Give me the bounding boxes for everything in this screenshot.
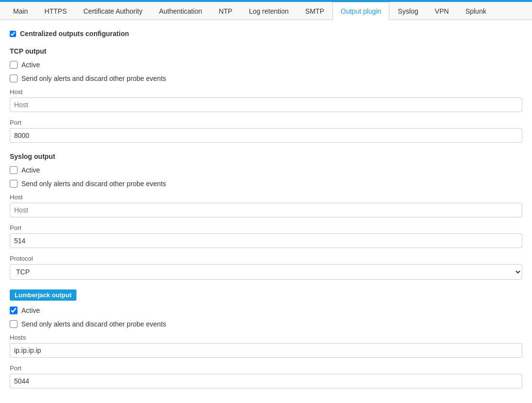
syslog-send-only-checkbox[interactable]	[10, 180, 18, 188]
main-content: Centralized outputs configuration TCP ou…	[0, 20, 532, 403]
tcp-port-label: Port	[10, 119, 522, 126]
centralized-row: Centralized outputs configuration	[10, 30, 522, 38]
tcp-send-only-checkbox[interactable]	[10, 75, 18, 82]
centralized-checkbox[interactable]	[10, 31, 16, 37]
tcp-send-only-row: Send only alerts and discard other probe…	[10, 75, 522, 82]
syslog-send-only-row: Send only alerts and discard other probe…	[10, 180, 522, 188]
lumberjack-active-row: Active	[10, 307, 522, 314]
syslog-output-section: Syslog output Active Send only alerts an…	[10, 153, 522, 280]
tcp-output-section: TCP output Active Send only alerts and d…	[10, 47, 522, 143]
syslog-active-row: Active	[10, 166, 522, 174]
tcp-active-checkbox[interactable]	[10, 61, 18, 69]
tab-ntp[interactable]: NTP	[210, 2, 240, 20]
syslog-protocol-label: Protocol	[10, 255, 522, 262]
tcp-host-input[interactable]	[10, 97, 522, 112]
tab-authentication[interactable]: Authentication	[151, 2, 211, 20]
syslog-protocol-select[interactable]: TCP UDP	[10, 264, 522, 280]
syslog-host-input[interactable]	[10, 203, 522, 217]
centralized-label[interactable]: Centralized outputs configuration	[20, 30, 129, 38]
tcp-output-title: TCP output	[10, 47, 522, 55]
tcp-port-input[interactable]	[10, 128, 522, 143]
tab-certificate-authority[interactable]: Certificate Authority	[75, 2, 150, 20]
tab-output-plugin[interactable]: Output plugin	[332, 2, 389, 20]
syslog-port-group: Port	[10, 224, 522, 248]
tab-smtp[interactable]: SMTP	[297, 2, 332, 20]
tab-vpn[interactable]: VPN	[426, 2, 457, 20]
tcp-send-only-label[interactable]: Send only alerts and discard other probe…	[21, 75, 166, 82]
lumberjack-hosts-group: Hosts	[10, 334, 522, 358]
lumberjack-port-label: Port	[10, 365, 522, 372]
tab-main[interactable]: Main	[5, 2, 36, 20]
lumberjack-active-label[interactable]: Active	[21, 307, 40, 314]
tab-https[interactable]: HTTPS	[36, 2, 75, 20]
tcp-host-group: Host	[10, 88, 522, 112]
syslog-protocol-group: Protocol TCP UDP	[10, 255, 522, 280]
tcp-active-label[interactable]: Active	[21, 61, 40, 69]
lumberjack-badge: Lumberjack output	[10, 289, 76, 301]
tab-splunk[interactable]: Splunk	[457, 2, 495, 20]
syslog-send-only-label[interactable]: Send only alerts and discard other probe…	[21, 180, 166, 188]
lumberjack-send-only-row: Send only alerts and discard other probe…	[10, 320, 522, 328]
tabs-nav: Main HTTPS Certificate Authority Authent…	[0, 2, 532, 20]
lumberjack-send-only-label[interactable]: Send only alerts and discard other probe…	[21, 320, 166, 328]
syslog-active-checkbox[interactable]	[10, 166, 18, 174]
lumberjack-output-section: Lumberjack output Active Send only alert…	[10, 289, 522, 388]
syslog-port-label: Port	[10, 224, 522, 231]
lumberjack-port-group: Port	[10, 365, 522, 388]
syslog-host-group: Host	[10, 193, 522, 217]
syslog-host-label: Host	[10, 193, 522, 201]
syslog-port-input[interactable]	[10, 233, 522, 248]
lumberjack-port-input[interactable]	[10, 374, 522, 388]
lumberjack-hosts-label: Hosts	[10, 334, 522, 341]
lumberjack-hosts-input[interactable]	[10, 343, 522, 358]
tcp-active-row: Active	[10, 61, 522, 69]
syslog-output-title: Syslog output	[10, 153, 522, 160]
tcp-port-group: Port	[10, 119, 522, 143]
tab-syslog[interactable]: Syslog	[389, 2, 426, 20]
tcp-host-label: Host	[10, 88, 522, 96]
tab-log-retention[interactable]: Log retention	[240, 2, 297, 20]
lumberjack-send-only-checkbox[interactable]	[10, 320, 18, 328]
syslog-active-label[interactable]: Active	[21, 166, 40, 174]
lumberjack-active-checkbox[interactable]	[10, 307, 18, 314]
